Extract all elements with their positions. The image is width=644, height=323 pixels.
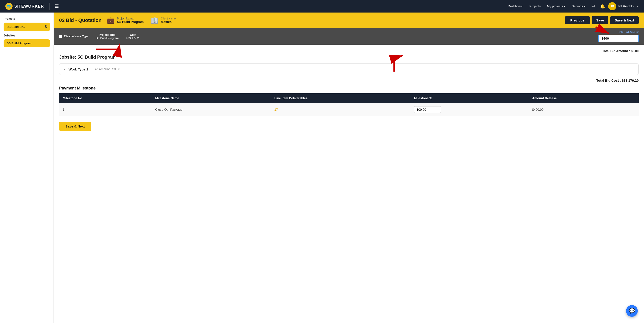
subheader: Disable Work Type Project Title 5G Build…: [54, 28, 644, 45]
mail-icon[interactable]: ✉: [589, 2, 597, 10]
sidebar-jobsites-label: Jobsites: [4, 34, 50, 37]
client-name-text: Client Name: Mastec: [161, 17, 176, 24]
page-title: 02 Bid - Quotation: [59, 17, 102, 23]
save-next-bottom-button[interactable]: Save & Next: [59, 122, 91, 131]
topnav-links: Dashboard Projects My projects ▾ Setting…: [505, 2, 639, 10]
col-milestone-name: Milestone Name: [152, 93, 271, 103]
content-area: Total Bid Amount : $0.00 Jobsite: 5G Bui…: [54, 45, 644, 323]
worktype-name: Work Type 1: [68, 67, 88, 71]
client-name-value: Mastec: [161, 20, 176, 24]
sidebar-project-item[interactable]: 5G Build Pr... $: [4, 22, 50, 31]
user-name[interactable]: Jeff Ringblo... ▾: [617, 4, 639, 8]
milestone-no-cell: 1: [59, 103, 152, 116]
sidebar-jobsite-item[interactable]: 5G Build Program: [4, 39, 50, 47]
total-bid-cost-value: Total Bid Cost : $83,179.20: [596, 78, 639, 82]
col-amount-release: Amount Release: [528, 93, 639, 103]
project-briefcase-icon: 💼: [107, 16, 115, 24]
milestone-percent-cell[interactable]: [410, 103, 528, 116]
app-logo: 🌐 SITEWORKER: [5, 3, 44, 10]
project-title-value: 5G Build Program: [96, 36, 119, 40]
client-name-info: 🏢 Client Name: Mastec: [151, 16, 176, 24]
worktype-chevron-icon[interactable]: ›: [64, 67, 65, 71]
nav-projects[interactable]: Projects: [527, 3, 544, 9]
table-row: 1 Close-Out Package 17 $400.00: [59, 103, 639, 116]
app-name: SITEWORKER: [14, 4, 44, 9]
save-next-button[interactable]: Save & Next: [610, 16, 639, 24]
chat-icon: 💬: [629, 308, 635, 314]
user-avatar[interactable]: JR: [608, 2, 616, 10]
worktype-bid-amount: Bid Amount : $0.00: [94, 67, 120, 71]
sidebar-project-label: 5G Build Pr...: [7, 25, 25, 29]
notification-icon[interactable]: 🔔: [598, 2, 607, 10]
header-actions: Previous Save Save & Next: [565, 16, 639, 24]
client-name-label: Client Name:: [161, 17, 176, 20]
total-bid-amount-label: Total Bid Amount: [618, 31, 639, 34]
save-button[interactable]: Save: [592, 16, 608, 24]
milestone-amount-cell: $400.00: [528, 103, 639, 116]
milestone-table-header-row: Milestone No Milestone Name Line Item De…: [59, 93, 639, 103]
main-content: 02 Bid - Quotation 💼 Project Name: 5G Bu…: [54, 12, 644, 323]
project-name-info: 💼 Project Name: 5G Build Program: [107, 16, 144, 24]
subheader-cost: Cost $83,179.20: [126, 33, 140, 40]
project-name-text: Project Name: 5G Build Program: [117, 17, 144, 24]
total-bid-area: Total Bid Amount: [598, 31, 639, 42]
project-name-value: 5G Build Program: [117, 20, 144, 24]
sidebar: Projects 5G Build Pr... $ Jobsites 5G Bu…: [0, 12, 54, 323]
total-bid-amount-display: Total Bid Amount : $0.00: [602, 49, 639, 53]
hamburger-button[interactable]: ☰: [55, 3, 59, 9]
project-title-label: Project Title: [99, 33, 115, 36]
sidebar-project-dollar-icon: $: [45, 25, 47, 29]
col-milestone-pct: Milestone %: [410, 93, 528, 103]
bottom-actions: Save & Next: [59, 122, 639, 136]
client-building-icon: 🏢: [151, 16, 158, 24]
worktype-row: › Work Type 1 Bid Amount : $0.00: [59, 63, 639, 75]
col-line-item: Line Item Deliverables: [271, 93, 410, 103]
jobsite-title: Jobsite: 5G Build Program: [59, 54, 639, 60]
nav-dashboard[interactable]: Dashboard: [505, 3, 526, 9]
nav-my-projects[interactable]: My projects ▾: [544, 3, 568, 9]
cost-label: Cost: [130, 33, 136, 36]
total-bid-cost-row: Total Bid Cost : $83,179.20: [59, 78, 639, 82]
logo-icon: 🌐: [5, 3, 12, 10]
col-milestone-no: Milestone No: [59, 93, 152, 103]
milestone-deliverables-link[interactable]: 17: [274, 108, 278, 111]
previous-button[interactable]: Previous: [565, 16, 590, 24]
sidebar-projects-label: Projects: [4, 17, 50, 20]
subheader-project: Project Title 5G Build Program: [96, 33, 119, 40]
total-bid-input[interactable]: [598, 35, 639, 42]
milestone-name-cell: Close-Out Package: [152, 103, 271, 116]
milestone-table: Milestone No Milestone Name Line Item De…: [59, 93, 639, 116]
chat-bubble-button[interactable]: 💬: [626, 305, 638, 317]
nav-settings[interactable]: Settings ▾: [569, 3, 588, 9]
project-name-label: Project Name:: [117, 17, 144, 20]
page-header: 02 Bid - Quotation 💼 Project Name: 5G Bu…: [54, 12, 644, 28]
top-navigation: 🌐 SITEWORKER ☰ Dashboard Projects My pro…: [0, 0, 644, 12]
disable-worktype-checkbox[interactable]: [59, 35, 62, 38]
milestone-percent-input[interactable]: [414, 106, 441, 113]
app-body: Projects 5G Build Pr... $ Jobsites 5G Bu…: [0, 12, 644, 323]
milestone-deliverables-cell[interactable]: 17: [271, 103, 410, 116]
payment-milestone-title: Payment Milestone: [59, 86, 639, 91]
cost-value: $83,179.20: [126, 36, 140, 40]
disable-worktype-label[interactable]: Disable Work Type: [59, 35, 88, 38]
nav-divider: [49, 3, 50, 10]
header-info: 💼 Project Name: 5G Build Program 🏢 Clien…: [107, 16, 559, 24]
